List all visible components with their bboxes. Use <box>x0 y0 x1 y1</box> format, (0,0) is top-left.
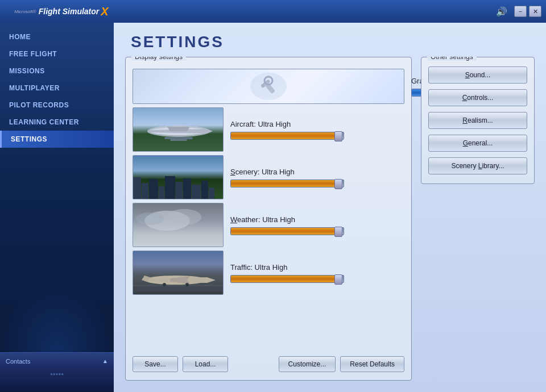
main-container: HOME FREE FLIGHT MISSIONS MULTIPLAYER PI… <box>0 23 546 392</box>
buildings-group <box>133 176 223 199</box>
contacts-label: Contacts <box>6 358 30 365</box>
aircraft-svg <box>133 119 224 144</box>
other-settings-legend: Other settings <box>427 57 477 61</box>
content-area: SETTINGS Display settings <box>114 23 546 392</box>
minimize-button[interactable]: − <box>514 6 527 17</box>
app-logo: Microsoft® Flight Simulator X <box>5 2 118 20</box>
realism-button[interactable]: Realism... <box>428 112 527 129</box>
window-controls: 🔊 − ✕ <box>496 6 541 17</box>
logo-container: Microsoft® Flight Simulator X <box>5 2 118 20</box>
load-button[interactable]: Load... <box>183 356 228 372</box>
sound-button[interactable]: Sound... <box>428 66 527 84</box>
svg-rect-9 <box>170 139 187 141</box>
sidebar-item-learning-center[interactable]: LEARNING CENTER <box>0 114 114 131</box>
panels-row: Display settings <box>114 57 546 392</box>
sidebar-item-settings[interactable]: SETTINGS <box>0 131 114 148</box>
speaker-icon: 🔊 <box>496 6 507 17</box>
traffic-slider[interactable] <box>230 275 344 283</box>
reset-defaults-button[interactable]: Reset Defaults <box>340 356 404 372</box>
right-buttons: Customize... Reset Defaults <box>279 356 404 372</box>
aircraft-slider[interactable] <box>230 132 344 140</box>
traffic-row: Traffic: Ultra High <box>133 251 404 295</box>
aircraft-info: Aircraft: Ultra High <box>230 120 404 140</box>
svg-point-18 <box>185 283 189 286</box>
graphics-thumbnail <box>133 69 404 104</box>
weather-info: Weather: Ultra High <box>230 215 404 235</box>
contacts-arrow-icon: ▲ <box>102 358 108 364</box>
cloud-area <box>133 208 223 236</box>
customize-button[interactable]: Customize... <box>279 356 336 372</box>
traffic-svg <box>133 260 224 291</box>
display-settings-legend: Display settings <box>131 57 186 61</box>
titlebar: Microsoft® Flight Simulator X 🔊 − ✕ <box>0 0 546 23</box>
fsx-x: X <box>101 5 108 18</box>
weather-label: Weather: Ultra High <box>230 215 404 224</box>
traffic-info: Traffic: Ultra High <box>230 263 404 283</box>
fsx-title: Flight Simulator <box>39 7 100 16</box>
graphics-row: Graphics: Custom <box>133 69 404 104</box>
ms-text: Microsoft® <box>14 9 36 14</box>
general-button[interactable]: General... <box>428 135 527 152</box>
aircraft-row: Aircraft: Ultra High <box>133 107 404 152</box>
svg-point-17 <box>163 283 166 286</box>
other-settings-panel: Other settings Sound... Controls... Real… <box>421 57 535 184</box>
page-title: SETTINGS <box>114 23 546 57</box>
resize-handle: ●●●●● <box>0 369 114 379</box>
weather-slider[interactable] <box>230 227 344 235</box>
scenery-library-button[interactable]: Scenery Library... <box>428 157 527 174</box>
controls-button[interactable]: Controls... <box>428 89 527 106</box>
svg-rect-8 <box>164 137 193 139</box>
aircraft-thumbnail <box>133 107 224 152</box>
scenery-row: Scenery: Ultra High <box>133 155 404 199</box>
settings-rows: Graphics: Custom <box>133 69 404 352</box>
save-button[interactable]: Save... <box>133 356 178 372</box>
svg-rect-11 <box>133 285 224 286</box>
sidebar-item-home[interactable]: HOME <box>0 28 114 45</box>
left-buttons: Save... Load... <box>133 356 228 372</box>
scenery-info: Scenery: Ultra High <box>230 168 404 187</box>
sidebar-bottom: ●●●●● <box>0 369 114 392</box>
aircraft-label: Aircraft: Ultra High <box>230 120 404 128</box>
nav-menu: HOME FREE FLIGHT MISSIONS MULTIPLAYER PI… <box>0 23 114 352</box>
display-settings-buttons: Save... Load... Customize... Reset Defau… <box>133 352 404 373</box>
contacts-bar[interactable]: Contacts ▲ <box>0 352 114 369</box>
svg-marker-7 <box>167 127 190 131</box>
traffic-thumbnail <box>133 251 224 295</box>
scenery-slider[interactable] <box>230 180 344 187</box>
sidebar-item-multiplayer[interactable]: MULTIPLAYER <box>0 80 114 97</box>
scenery-thumbnail <box>133 155 224 199</box>
sidebar-item-free-flight[interactable]: FREE FLIGHT <box>0 45 114 62</box>
sidebar-item-missions[interactable]: MISSIONS <box>0 62 114 80</box>
close-button[interactable]: ✕ <box>529 6 541 17</box>
wrench-icon <box>246 69 291 103</box>
sidebar-item-pilot-records[interactable]: PILOT RECORDS <box>0 97 114 114</box>
sidebar: HOME FREE FLIGHT MISSIONS MULTIPLAYER PI… <box>0 23 114 392</box>
display-settings-panel: Display settings <box>125 57 412 381</box>
svg-rect-10 <box>133 286 224 291</box>
weather-row: Weather: Ultra High <box>133 203 404 247</box>
traffic-label: Traffic: Ultra High <box>230 263 404 272</box>
scenery-label: Scenery: Ultra High <box>230 168 404 176</box>
weather-thumbnail <box>133 203 224 247</box>
